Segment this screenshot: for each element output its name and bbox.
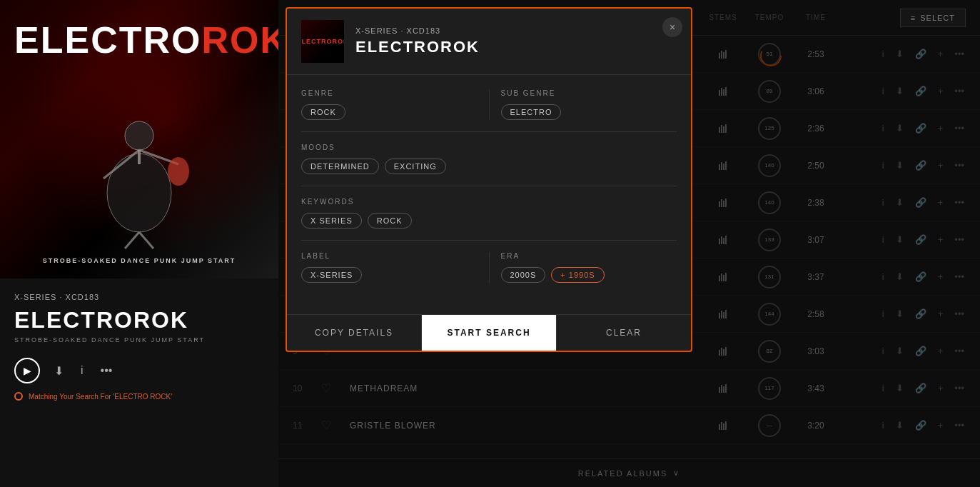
- tag-1990s[interactable]: + 1990S: [551, 267, 604, 283]
- album-controls: ▶ ⬇ i •••: [14, 358, 264, 383]
- divider: [301, 131, 677, 132]
- label-era-row: LABEL X-SERIES ERA 2000S + 1990S: [301, 252, 677, 283]
- modal-title: ELECTROROK: [355, 38, 677, 56]
- moods-label: MOODS: [301, 144, 677, 151]
- tag-xseries[interactable]: X SERIES: [301, 213, 362, 229]
- modal-body: GENRE ROCK SUB GENRE ELECTRO MOODS DETER…: [287, 75, 691, 308]
- modal-dialog: ELECTROROK X-SERIES · XCD183 ELECTROROK …: [286, 7, 692, 352]
- label-label: LABEL: [301, 252, 478, 260]
- album-desc: STROBE-SOAKED DANCE PUNK JUMP START: [14, 336, 264, 343]
- moods-tags: DETERMINED EXCITING: [301, 159, 677, 174]
- genre-section: GENRE ROCK: [301, 89, 489, 120]
- tag-2000s[interactable]: 2000S: [501, 267, 546, 283]
- modal-header: ELECTROROK X-SERIES · XCD183 ELECTROROK …: [287, 9, 691, 75]
- clear-button[interactable]: CLEAR: [556, 315, 691, 351]
- album-title-art: ELECTROROK: [14, 21, 264, 59]
- album-info: X-SERIES · XCD183 ELECTROROK STROBE-SOAK…: [0, 278, 278, 487]
- album-art-title: ELECTROROK: [14, 21, 264, 59]
- svg-line-6: [139, 232, 153, 248]
- keywords-tags: X SERIES ROCK: [301, 213, 677, 229]
- svg-point-4: [168, 157, 189, 186]
- guitar-figure-icon: [68, 71, 211, 250]
- divider: [301, 186, 677, 186]
- album-name: ELECTROROK: [14, 307, 264, 333]
- era-label: ERA: [501, 252, 677, 260]
- copy-details-button[interactable]: COPY DETAILS: [287, 315, 422, 351]
- tag-determined[interactable]: DETERMINED: [301, 159, 379, 174]
- info-button[interactable]: i: [78, 361, 86, 380]
- divider: [301, 240, 677, 241]
- label-tags: X-SERIES: [301, 267, 478, 283]
- genre-tags: ROCK: [301, 104, 478, 120]
- play-button[interactable]: ▶: [14, 358, 40, 383]
- modal-footer: COPY DETAILS START SEARCH CLEAR: [287, 314, 691, 351]
- modal-close-button[interactable]: ×: [662, 17, 682, 37]
- tag-exciting[interactable]: EXCITING: [385, 159, 446, 174]
- keywords-label: KEYWORDS: [301, 198, 677, 206]
- moods-section: MOODS DETERMINED EXCITING: [301, 144, 677, 174]
- subgenre-tags: ELECTRO: [501, 104, 677, 120]
- modal-thumb-text: ELECTROROK: [301, 38, 344, 45]
- subgenre-section: SUB GENRE ELECTRO: [489, 89, 677, 120]
- era-section: ERA 2000S + 1990S: [489, 252, 677, 283]
- more-button[interactable]: •••: [98, 361, 116, 380]
- subgenre-label: SUB GENRE: [501, 89, 677, 97]
- modal-series-label: X-SERIES · XCD183: [355, 26, 677, 35]
- album-art: ELECTROROK STROBE-SOAKED DANCE PUNK JUMP…: [0, 0, 278, 278]
- tag-label-xseries[interactable]: X-SERIES: [301, 267, 362, 283]
- search-match-dot-icon: [14, 392, 23, 401]
- modal-album-thumbnail: ELECTROROK: [301, 20, 344, 63]
- series-label: X-SERIES · XCD183: [14, 293, 264, 301]
- search-match: Matching Your Search For 'ELECTRO ROCK': [14, 392, 264, 401]
- tag-rock[interactable]: ROCK: [301, 104, 345, 120]
- keywords-section: KEYWORDS X SERIES ROCK: [301, 198, 677, 229]
- svg-line-5: [125, 232, 139, 248]
- album-subtitle-art: STROBE-SOAKED DANCE PUNK JUMP START: [0, 257, 278, 264]
- download-button[interactable]: ⬇: [51, 361, 66, 381]
- svg-point-1: [125, 121, 153, 150]
- start-search-button[interactable]: START SEARCH: [422, 315, 556, 351]
- genre-label: GENRE: [301, 89, 478, 97]
- tag-electro[interactable]: ELECTRO: [501, 104, 562, 120]
- era-tags: 2000S + 1990S: [501, 267, 677, 283]
- svg-point-0: [107, 154, 171, 232]
- left-panel: ELECTROROK STROBE-SOAKED DANCE PUNK JUMP…: [0, 0, 278, 487]
- tag-rock-keyword[interactable]: ROCK: [368, 213, 412, 229]
- label-section: LABEL X-SERIES: [301, 252, 489, 283]
- genre-row: GENRE ROCK SUB GENRE ELECTRO: [301, 89, 677, 120]
- modal-title-block: X-SERIES · XCD183 ELECTROROK: [355, 26, 677, 56]
